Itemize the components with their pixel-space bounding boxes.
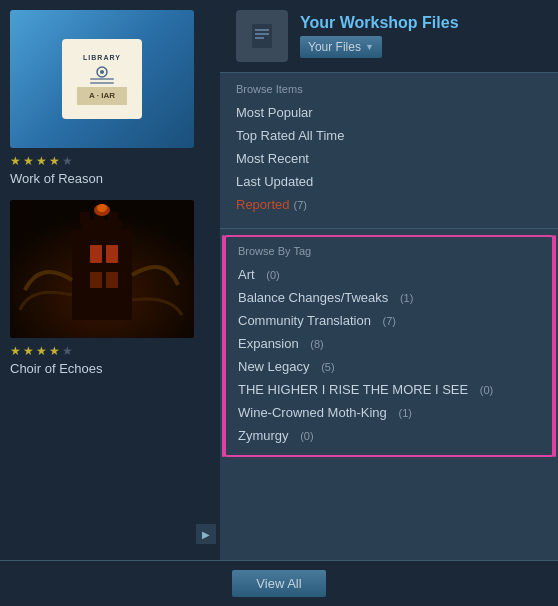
tag-section-container: Browse By Tag Art (0) Balance Changes/Tw…	[224, 235, 554, 457]
star-rating-1: ★ ★ ★ ★ ★	[10, 154, 194, 168]
svg-rect-7	[80, 212, 90, 224]
svg-point-1	[100, 70, 104, 74]
library-thumbnail: A · IAR	[10, 10, 194, 148]
browse-items-label: Browse Items	[236, 83, 542, 95]
menu-item-zymurgy[interactable]: Zymurgy (0)	[238, 424, 540, 447]
browse-items-section: Browse Items Most Popular Top Rated All …	[220, 73, 558, 222]
menu-item-wine-crowned[interactable]: Wine-Crowned Moth-King (1)	[238, 401, 540, 424]
svg-rect-2	[90, 78, 114, 80]
browse-by-tag-label: Browse By Tag	[238, 245, 540, 257]
workshop-header: Your Workshop Files Your Files ▼	[220, 0, 558, 73]
star: ★	[10, 154, 21, 168]
your-files-label: Your Files	[308, 40, 361, 54]
svg-rect-10	[90, 245, 102, 263]
svg-rect-11	[106, 245, 118, 263]
tower-thumbnail	[10, 200, 194, 338]
svg-point-15	[97, 204, 107, 212]
svg-rect-17	[252, 24, 272, 48]
svg-rect-9	[108, 212, 118, 224]
star-empty: ★	[62, 344, 73, 358]
star: ★	[10, 344, 21, 358]
game-title-1: Work of Reason	[10, 171, 194, 186]
pink-outline-box: Browse By Tag Art (0) Balance Changes/Tw…	[224, 235, 554, 457]
left-panel: A · IAR ★ ★ ★ ★ ★ Work of Reason	[0, 0, 220, 560]
game-thumbnail-2	[10, 200, 194, 338]
star: ★	[36, 344, 47, 358]
workshop-header-text: Your Workshop Files Your Files ▼	[300, 14, 459, 58]
menu-item-reported[interactable]: Reported (7)	[236, 193, 542, 216]
game-title-2: Choir of Echoes	[10, 361, 194, 376]
pink-left-bar	[222, 235, 225, 457]
your-files-button[interactable]: Your Files ▼	[300, 36, 382, 58]
game-card-2[interactable]: ★ ★ ★ ★ ★ Choir of Echoes	[10, 200, 194, 376]
bottom-bar: View All	[0, 560, 558, 606]
star: ★	[23, 154, 34, 168]
section-divider	[220, 228, 558, 229]
chevron-right-icon: ▶	[202, 529, 210, 540]
library-icon: A · IAR	[62, 39, 142, 119]
menu-item-expansion[interactable]: Expansion (8)	[238, 332, 540, 355]
star: ★	[49, 154, 60, 168]
right-panel: Your Workshop Files Your Files ▼ Browse …	[220, 0, 558, 560]
view-all-button[interactable]: View All	[232, 570, 325, 597]
star-empty: ★	[62, 154, 73, 168]
star: ★	[49, 344, 60, 358]
svg-rect-3	[90, 82, 114, 84]
menu-item-last-updated[interactable]: Last Updated	[236, 170, 542, 193]
star-rating-2: ★ ★ ★ ★ ★	[10, 344, 194, 358]
menu-item-new-legacy[interactable]: New Legacy (5)	[238, 355, 540, 378]
menu-item-community[interactable]: Community Translation (7)	[238, 309, 540, 332]
menu-item-top-rated[interactable]: Top Rated All Time	[236, 124, 542, 147]
svg-rect-12	[90, 272, 102, 288]
menu-item-balance[interactable]: Balance Changes/Tweaks (1)	[238, 286, 540, 309]
library-tag: A · IAR	[77, 87, 127, 105]
game-thumbnail-1: A · IAR	[10, 10, 194, 148]
menu-item-higher[interactable]: THE HIGHER I RISE THE MORE I SEE (0)	[238, 378, 540, 401]
workshop-title: Your Workshop Files	[300, 14, 459, 32]
menu-item-most-popular[interactable]: Most Popular	[236, 101, 542, 124]
dropdown-arrow-icon: ▼	[365, 42, 374, 52]
pink-right-bar	[553, 235, 556, 457]
svg-rect-13	[106, 272, 118, 288]
menu-item-most-recent[interactable]: Most Recent	[236, 147, 542, 170]
game-card-1[interactable]: A · IAR ★ ★ ★ ★ ★ Work of Reason	[10, 10, 194, 186]
star: ★	[36, 154, 47, 168]
workshop-icon	[236, 10, 288, 62]
scroll-right-button[interactable]: ▶	[196, 524, 216, 544]
star: ★	[23, 344, 34, 358]
menu-item-art[interactable]: Art (0)	[238, 263, 540, 286]
